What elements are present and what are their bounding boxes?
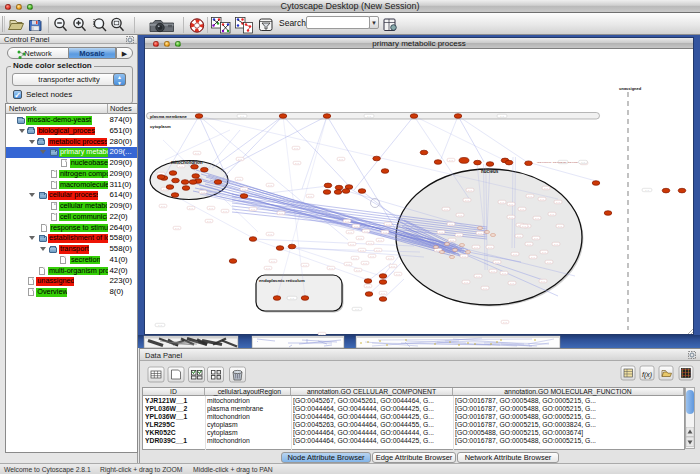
svg-text:[...]: [...] — [450, 239, 454, 241]
svg-text:[...]: [...] — [542, 251, 546, 253]
svg-text:[...]: [...] — [209, 207, 213, 209]
svg-text:[...]: [...] — [550, 213, 554, 215]
svg-text:[...]: [...] — [465, 199, 469, 201]
svg-text:[...]: [...] — [544, 187, 548, 189]
svg-text:[...]: [...] — [266, 267, 270, 269]
svg-text:[...]: [...] — [175, 227, 179, 229]
svg-text:[...]: [...] — [396, 273, 400, 275]
svg-text:[...]: [...] — [547, 261, 551, 263]
svg-text:[...]: [...] — [240, 115, 244, 117]
svg-text:[...]: [...] — [517, 235, 521, 237]
svg-text:[...]: [...] — [540, 198, 544, 200]
svg-text:plasma membrane: plasma membrane — [150, 114, 187, 119]
svg-text:[...]: [...] — [381, 292, 385, 294]
svg-text:[...]: [...] — [444, 208, 448, 210]
svg-text:nucleus: nucleus — [481, 169, 499, 174]
svg-text:[...]: [...] — [457, 234, 461, 236]
svg-text:[...]: [...] — [464, 281, 468, 283]
svg-text:[...]: [...] — [449, 159, 453, 161]
svg-text:[...]: [...] — [378, 239, 382, 241]
svg-text:[...]: [...] — [345, 220, 349, 222]
svg-text:[...]: [...] — [436, 249, 440, 251]
svg-text:[...]: [...] — [528, 195, 532, 197]
svg-text:[...]: [...] — [268, 233, 272, 235]
svg-text:[...]: [...] — [449, 223, 453, 225]
svg-text:[...]: [...] — [531, 256, 535, 258]
svg-text:[...]: [...] — [474, 246, 478, 248]
svg-text:[...]: [...] — [534, 237, 538, 239]
svg-text:[...]: [...] — [554, 243, 558, 245]
svg-text:[...]: [...] — [522, 225, 526, 227]
svg-text:[...]: [...] — [189, 207, 193, 209]
svg-text:[...]: [...] — [363, 262, 367, 264]
svg-text:[...]: [...] — [329, 267, 333, 269]
svg-text:[...]: [...] — [348, 231, 352, 233]
svg-text:[...]: [...] — [556, 201, 560, 203]
svg-text:[...]: [...] — [195, 152, 199, 154]
svg-text:[...]: [...] — [207, 220, 211, 222]
svg-text:[...]: [...] — [509, 203, 513, 205]
svg-text:[...]: [...] — [388, 257, 392, 259]
svg-text:[...]: [...] — [513, 253, 517, 255]
svg-text:[...]: [...] — [370, 255, 374, 257]
svg-text:[...]: [...] — [364, 230, 368, 232]
svg-text:[...]: [...] — [356, 269, 360, 271]
svg-text:[...]: [...] — [391, 265, 395, 267]
svg-text:[...]: [...] — [201, 191, 205, 193]
svg-text:[...]: [...] — [491, 270, 495, 272]
svg-text:[...]: [...] — [503, 321, 507, 323]
svg-text:[...]: [...] — [279, 212, 283, 214]
svg-text:endoplasmic reticulum: endoplasmic reticulum — [259, 278, 305, 283]
svg-text:[...]: [...] — [476, 275, 480, 277]
svg-text:[...]: [...] — [488, 246, 492, 248]
svg-text:[...]: [...] — [223, 210, 227, 212]
svg-text:[...]: [...] — [510, 282, 514, 284]
svg-text:[...]: [...] — [645, 189, 649, 191]
svg-text:[...]: [...] — [439, 231, 443, 233]
svg-text:f(x): f(x) — [642, 371, 652, 379]
svg-text:[...]: [...] — [462, 255, 466, 257]
svg-text:[...]: [...] — [242, 188, 246, 190]
svg-text:[...]: [...] — [238, 158, 242, 160]
svg-text:[...]: [...] — [295, 162, 299, 164]
svg-text:[...]: [...] — [308, 195, 312, 197]
svg-text:[...]: [...] — [353, 257, 357, 259]
svg-text:[...]: [...] — [500, 201, 504, 203]
svg-text:[...]: [...] — [346, 263, 350, 265]
svg-text:[...]: [...] — [271, 260, 275, 262]
svg-text:[...]: [...] — [541, 280, 545, 282]
svg-text:[GO:0016787, GO:0005488, GO:00: [GO:0016787, GO:0005488, GO:0005] — [537, 161, 578, 164]
svg-text:[...]: [...] — [268, 184, 272, 186]
svg-text:[...]: [...] — [500, 115, 504, 117]
svg-text:[...]: [...] — [251, 208, 255, 210]
svg-text:[...]: [...] — [527, 243, 531, 245]
svg-text:mitochondrion: mitochondrion — [171, 160, 203, 165]
svg-text:[...]: [...] — [358, 237, 362, 239]
svg-text:[...]: [...] — [355, 308, 359, 310]
svg-text:[...]: [...] — [386, 223, 390, 225]
svg-text:[...]: [...] — [179, 165, 183, 167]
svg-text:[...]: [...] — [303, 264, 307, 266]
svg-text:[...]: [...] — [339, 158, 343, 160]
svg-text:[...]: [...] — [509, 216, 513, 218]
svg-text:[...]: [...] — [520, 208, 524, 210]
svg-text:unassigned: unassigned — [619, 86, 642, 91]
svg-text:[...]: [...] — [360, 249, 364, 251]
svg-text:[...]: [...] — [581, 161, 585, 163]
svg-text:[...]: [...] — [161, 205, 165, 207]
svg-text:[...]: [...] — [478, 232, 482, 234]
svg-text:[...]: [...] — [535, 217, 539, 219]
svg-text:[...]: [...] — [354, 225, 358, 227]
svg-text:[...]: [...] — [290, 297, 294, 299]
svg-text:[...]: [...] — [237, 178, 241, 180]
svg-text:[...]: [...] — [495, 261, 499, 263]
svg-text:[...]: [...] — [366, 285, 370, 287]
svg-text:[...]: [...] — [350, 243, 354, 245]
svg-text:[...]: [...] — [558, 225, 562, 227]
svg-text:[...]: [...] — [294, 147, 298, 149]
svg-text:cytoplasm: cytoplasm — [150, 124, 171, 129]
svg-text:[...]: [...] — [158, 324, 162, 326]
svg-text:[...]: [...] — [502, 272, 506, 274]
svg-text:[...]: [...] — [468, 189, 472, 191]
svg-text:[...]: [...] — [458, 214, 462, 216]
